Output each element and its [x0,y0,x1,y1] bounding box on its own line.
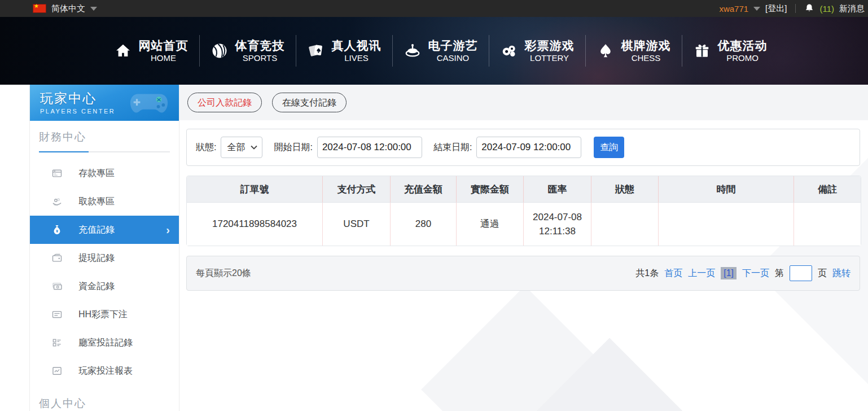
nav-label-zh: 棋牌游戏 [621,38,671,53]
sidebar-item-label: HH彩票下注 [78,309,128,321]
nav-label-en: CASINO [437,53,470,64]
deposit-icon [51,168,63,179]
start-date-input[interactable] [317,137,422,158]
sidebar-item-label: 提現記錄 [78,252,115,264]
wallet-icon [51,252,63,264]
roulette-icon [404,42,421,59]
next-page-link[interactable]: 下一页 [742,268,769,279]
nav-item-promo[interactable]: 优惠活动 PROMO [682,38,778,64]
col-time: 時間 [658,176,794,203]
nav-item-lottery[interactable]: 彩票游戏 LOTTERY [489,38,585,64]
sidebar-item-label: 存款專區 [78,168,115,180]
nav-item-sports[interactable]: 体育竞技 SPORTS [200,38,296,64]
hand-coin-icon [51,196,63,207]
gift-icon [694,42,711,59]
nav-label-zh: 电子游艺 [428,38,478,53]
sidebar-item-label: 取款專區 [78,196,115,208]
divider [795,4,796,13]
finance-section: 財務中心 [30,121,179,152]
filter-bar: 狀態: 全部 開始日期: 結束日期: 查詢 [186,129,860,166]
col-remark: 備註 [794,176,861,203]
nav-label-en: LIVES [344,53,369,64]
per-page-label: 每頁顯示20條 [196,268,251,279]
section-underline [39,151,170,152]
prev-page-link[interactable]: 上一页 [688,268,715,279]
sidebar-menu: 存款專區 取款專區 ¥ 充值記錄 › [30,159,179,385]
nav-label-zh: 优惠活动 [718,38,768,53]
logout-button[interactable]: [登出] [765,3,787,14]
sidebar-item-room-bet-records[interactable]: 廳室投註記錄 [30,329,179,357]
personal-section-title: 個人中心 [30,385,179,411]
nav-label-zh: 网站首页 [139,38,188,53]
page-prefix: 第 [775,268,784,279]
sidebar-item-funds-records[interactable]: 資金記錄 [30,272,179,300]
sidebar-item-label: 資金記錄 [78,281,115,292]
tab-company-deposit-records[interactable]: 公司入款記錄 [187,93,262,113]
sidebar-item-recharge-records[interactable]: ¥ 充值記錄 › [30,216,179,244]
start-date-label: 開始日期: [274,142,312,154]
message-link[interactable]: 新消息 [839,3,865,14]
sidebar-item-deposit[interactable]: 存款專區 [30,159,179,187]
sidebar-item-hh-lottery-bets[interactable]: HH彩票下注 [30,300,179,329]
nav-item-home[interactable]: 网站首页 HOME [103,38,199,64]
col-status: 狀態 [591,176,658,203]
players-center-header: 玩家中心 PLAYERS CENTER [30,85,179,121]
sidebar-item-withdraw[interactable]: 取款專區 [30,187,179,216]
sidebar: 玩家中心 PLAYERS CENTER 財務中心 [29,85,179,411]
home-icon [115,42,131,59]
pagination-bar: 每頁顯示20條 共1条 首页 上一页 [1] 下一页 第 页 跳转 [186,256,860,291]
playing-cards-icon [308,42,325,59]
cell-recharge-amount: 280 [390,203,456,246]
end-date-input[interactable] [476,137,581,158]
nav-item-lives[interactable]: 真人视讯 LIVES [296,38,392,64]
status-select-value: 全部 [227,142,245,154]
col-recharge-amount: 充值金額 [390,176,456,203]
total-count: 共1条 [635,268,659,279]
gamepad-icon [127,89,171,119]
sidebar-item-withdrawal-records[interactable]: 提現記錄 [30,244,179,272]
nav-label-zh: 真人视讯 [332,38,382,53]
lottery-balls-icon [501,42,518,59]
money-bag-icon: ¥ [51,224,63,235]
nav-label-en: PROMO [726,53,759,64]
jump-page-input[interactable] [790,265,812,281]
grid-list-icon [51,337,63,348]
jump-link[interactable]: 跳转 [832,268,851,279]
list-card-icon [51,309,63,320]
search-button[interactable]: 查詢 [594,137,624,158]
nav-item-casino[interactable]: 电子游艺 CASINO [393,38,489,64]
language-switcher[interactable]: 简体中文 [33,3,97,14]
records-table: 訂單號 支付方式 充值金額 實際金額 匯率 狀態 時間 備註 172041189… [186,176,861,246]
current-page[interactable]: [1] [721,267,737,279]
cell-order-no: 1720411898584023 [187,203,322,246]
username[interactable]: xwa771 [719,4,748,14]
bell-icon[interactable] [804,3,814,14]
cell-time [658,203,794,246]
sidebar-item-player-bet-report[interactable]: 玩家投注報表 [30,357,179,385]
message-count: (11) [819,4,834,14]
page: 简体中文 xwa771 [登出] (11) 新消息 网站首页 [0,0,868,411]
nav-item-chess[interactable]: 棋牌游戏 CHESS [586,38,682,64]
sidebar-item-label: 充值記錄 [78,224,115,236]
chevron-down-icon[interactable] [90,7,97,11]
chevron-down-icon[interactable] [753,7,760,11]
main-navigation: 网站首页 HOME 体育竞技 SPORTS [103,17,778,85]
col-order-no: 訂單號 [187,176,322,203]
language-label: 简体中文 [51,3,85,14]
col-exchange-rate: 匯率 [523,176,591,203]
main-content: 公司入款記錄 在線支付記錄 狀態: 全部 開始日期: 結束日期: 查詢 [186,85,860,291]
nav-label-en: LOTTERY [530,53,569,64]
page-suffix: 页 [818,268,827,279]
col-actual-amount: 實際金額 [456,176,523,203]
sidebar-item-label: 玩家投注報表 [78,365,133,377]
status-select[interactable]: 全部 [221,137,262,158]
nav-label-en: SPORTS [243,53,277,64]
banknotes-icon [51,281,63,292]
chevron-right-icon: › [166,224,170,237]
status-label: 狀態: [196,142,216,154]
cell-payment-method: USDT [322,203,390,246]
end-date-label: 結束日期: [433,142,472,154]
first-page-link[interactable]: 首页 [664,268,682,279]
tab-online-payment-records[interactable]: 在線支付記錄 [272,93,347,113]
nav-label-zh: 彩票游戏 [525,38,575,53]
